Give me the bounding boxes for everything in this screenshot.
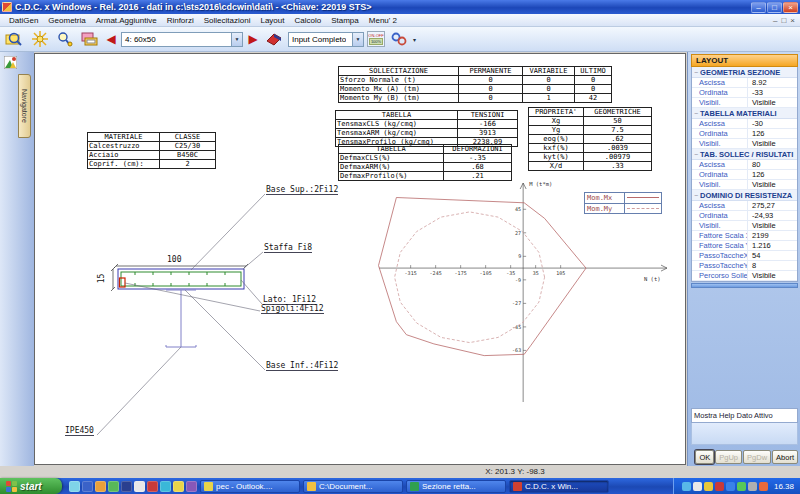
property-value[interactable]: 275,27 [748, 201, 797, 210]
menu-sollecitazioni[interactable]: Sollecitazioni [199, 16, 256, 25]
tray-icon-2[interactable] [693, 482, 702, 491]
ql-icon-8[interactable] [160, 481, 171, 492]
ql-icon-9[interactable] [173, 481, 184, 492]
property-value[interactable]: 2199 [748, 231, 797, 240]
group-header[interactable]: −TABELLA MATERIALI [692, 108, 797, 119]
start-button[interactable]: start [0, 478, 62, 494]
property-value[interactable]: -33 [748, 88, 797, 97]
property-row[interactable]: Ordinata126 [692, 170, 797, 180]
tray-icon-7[interactable] [748, 482, 757, 491]
menu-layout[interactable]: Layout [255, 16, 289, 25]
tray-icon-8[interactable] [759, 482, 768, 491]
mdi-restore-icon[interactable]: □ [781, 16, 786, 25]
property-row[interactable]: Ordinata-33 [692, 88, 797, 98]
abort-button[interactable]: Abort [772, 450, 798, 464]
property-value[interactable]: 80 [748, 160, 797, 169]
property-value[interactable]: Visibile [748, 271, 797, 280]
menu-calcolo[interactable]: Calcolo [290, 16, 327, 25]
property-row[interactable]: PassoTaccheX54 [692, 251, 797, 261]
ql-icon-4[interactable] [108, 481, 119, 492]
task-button[interactable]: pec - Outlook.... [200, 480, 300, 493]
mdi-minimize-icon[interactable]: – [773, 16, 777, 25]
group-header[interactable]: −DOMINIO DI RESISTENZA [692, 190, 797, 201]
property-value[interactable]: Visibile [748, 180, 797, 189]
menu-stampa[interactable]: Stampa [326, 16, 364, 25]
property-value[interactable]: 8 [748, 261, 797, 270]
zoom-window-icon[interactable] [4, 29, 26, 49]
tray-icon-1[interactable] [682, 482, 691, 491]
menu-menu-2[interactable]: Menu' 2 [364, 16, 402, 25]
links-icon[interactable] [388, 29, 410, 49]
ql-icon-5[interactable] [121, 481, 132, 492]
property-row[interactable]: Ascissa8.92 [692, 78, 797, 88]
property-value[interactable]: 126 [748, 129, 797, 138]
group-header[interactable]: −GEOMETRIA SEZIONE [692, 67, 797, 78]
ql-icon-3[interactable] [95, 481, 106, 492]
collapse-icon[interactable]: − [694, 110, 698, 117]
navigator-icon[interactable] [4, 55, 17, 68]
property-row[interactable]: Ascissa275,27 [692, 201, 797, 211]
mdi-close-icon[interactable]: × [790, 16, 795, 25]
collapse-icon[interactable]: − [694, 192, 698, 199]
property-value[interactable]: -24,93 [748, 211, 797, 220]
property-value[interactable]: Visibile [748, 139, 797, 148]
property-row[interactable]: Ordinata126 [692, 129, 797, 139]
collapse-icon[interactable]: − [694, 151, 698, 158]
tray-icon-5[interactable] [726, 482, 735, 491]
menu-geometria[interactable]: Geometria [43, 16, 90, 25]
group-header[interactable]: −TAB. SOLLEC / RISULTATI [692, 149, 797, 160]
task-button[interactable]: C:\Document... [303, 480, 403, 493]
tray-icon-6[interactable] [737, 482, 746, 491]
zoom-extents-icon[interactable] [29, 29, 51, 49]
property-row[interactable]: PassoTaccheY8 [692, 261, 797, 271]
collapse-icon[interactable]: − [694, 69, 698, 76]
minimize-button[interactable]: – [751, 2, 766, 13]
ql-icon-6[interactable] [134, 481, 145, 492]
menu-armat-aggiuntive[interactable]: Armat.Aggiuntive [91, 16, 162, 25]
eraser-icon[interactable] [263, 29, 285, 49]
property-row[interactable]: Ascissa80 [692, 160, 797, 170]
property-row[interactable]: Visibil.Visibile [692, 139, 797, 149]
task-button[interactable]: Sezione retta... [406, 480, 506, 493]
print-layout-icon[interactable] [79, 29, 101, 49]
next-section-button[interactable]: ▶ [246, 29, 260, 49]
prev-section-button[interactable]: ◀ [104, 29, 118, 49]
ql-icon-7[interactable] [147, 481, 158, 492]
property-value[interactable]: -30 [748, 119, 797, 128]
property-row[interactable]: Percorso Sollec.Visibile [692, 271, 797, 281]
property-value[interactable]: 126 [748, 170, 797, 179]
property-row[interactable]: Ordinata-24,93 [692, 211, 797, 221]
property-row[interactable]: Fattore Scala Y1.216 [692, 241, 797, 251]
links-dropdown-caret[interactable]: ▾ [413, 36, 416, 43]
tray-icon-3[interactable] [704, 482, 713, 491]
property-row[interactable]: Fattore Scala X2199 [692, 231, 797, 241]
property-row[interactable]: Visibil.Visibile [692, 180, 797, 190]
property-row[interactable]: Visibil.Visibile [692, 221, 797, 231]
help-bar[interactable]: Mostra Help Dato Attivo [691, 408, 798, 423]
property-value[interactable]: Visibile [748, 221, 797, 230]
restore-button[interactable]: □ [767, 2, 782, 13]
section-selector-combo[interactable]: 4: 60x50 ▼ [121, 32, 243, 47]
close-button[interactable]: × [783, 2, 798, 13]
chevron-down-icon[interactable]: ▼ [352, 33, 363, 46]
chevron-down-icon[interactable]: ▼ [231, 33, 242, 46]
drawing-canvas[interactable]: SOLLECITAZIONEPERMANENTEVARIABILEULTIMOS… [34, 53, 686, 465]
property-value[interactable]: Visibile [748, 98, 797, 107]
ok-button[interactable]: OK [695, 450, 714, 464]
onoff-toggle-button[interactable]: ON-OFF 100% [367, 31, 385, 47]
navigator-tab[interactable]: Navigatore [18, 74, 31, 138]
property-value[interactable]: 1.216 [748, 241, 797, 250]
property-row[interactable]: Visibil.Visibile [692, 98, 797, 108]
property-value[interactable]: 8.92 [748, 78, 797, 87]
ql-icon-2[interactable] [82, 481, 93, 492]
tray-icon-4[interactable] [715, 482, 724, 491]
menu-datigen[interactable]: DatiGen [4, 16, 43, 25]
menu-rinforzi[interactable]: Rinforzi [162, 16, 199, 25]
ql-icon-10[interactable] [186, 481, 197, 492]
task-button[interactable]: C.D.C. x Win... [509, 480, 609, 493]
property-value[interactable]: 54 [748, 251, 797, 260]
ql-icon-1[interactable] [69, 481, 80, 492]
property-row[interactable]: Ascissa-30 [692, 119, 797, 129]
input-mode-combo[interactable]: Input Completo ▼ [288, 32, 364, 47]
zoom-in-icon[interactable] [54, 29, 76, 49]
